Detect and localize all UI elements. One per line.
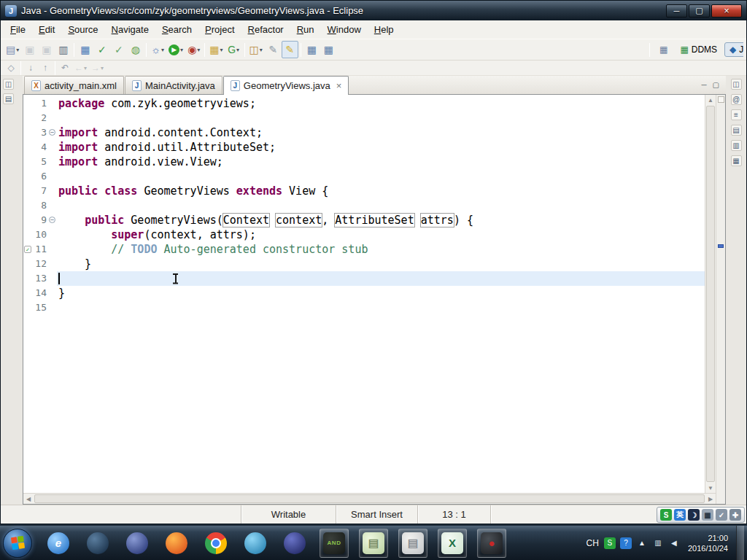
code-text[interactable]: super(context, attrs);	[57, 228, 705, 242]
scroll-right-icon[interactable]: ▶	[705, 494, 716, 504]
ime-keyboard-icon[interactable]: ▦	[702, 509, 713, 521]
chrome-taskbar-button[interactable]	[201, 529, 231, 558]
menu-window[interactable]: Window	[321, 22, 368, 37]
maximize-button[interactable]: ▢	[689, 4, 710, 18]
tab-MainActivity.java[interactable]: JMainActivity.java	[125, 76, 222, 94]
code-line[interactable]: 8	[23, 198, 705, 213]
media-player-taskbar-button[interactable]	[123, 529, 152, 558]
notes-taskbar-button[interactable]: ▤	[398, 529, 427, 558]
code-text[interactable]: // TODO Auto-generated constructor stub	[57, 242, 705, 257]
code-text[interactable]: public GeometryViews(Context context, At…	[57, 213, 705, 228]
save-all-button[interactable]: ▣	[38, 41, 55, 58]
code-line[interactable]: 9− public GeometryViews(Context context,…	[23, 213, 705, 228]
menu-run[interactable]: Run	[290, 22, 321, 37]
network-tray-icon[interactable]: ▥	[652, 537, 664, 549]
menu-navigate[interactable]: Navigate	[105, 22, 155, 37]
code-text[interactable]: import android.content.Context;	[57, 125, 705, 140]
minimize-view-button[interactable]: ─	[701, 81, 706, 89]
code-text[interactable]: import android.util.AttributeSet;	[57, 140, 705, 155]
menu-help[interactable]: Help	[368, 22, 400, 37]
android-tool-taskbar-button[interactable]: AND	[320, 529, 349, 558]
avd-manager-button[interactable]: ◍	[127, 41, 144, 58]
restore-view-icon[interactable]: ◫	[731, 79, 742, 90]
ddms-perspective-button[interactable]: ▦ DDMS	[675, 42, 722, 57]
code-line[interactable]: 13	[23, 271, 705, 286]
last-edit-location-button[interactable]: ↶	[58, 61, 72, 74]
code-line[interactable]: 6	[23, 169, 705, 184]
ime-lang-icon[interactable]: 英	[674, 509, 686, 521]
horizontal-scroll-thumb[interactable]	[34, 494, 705, 503]
console-view-icon[interactable]: ▦	[731, 155, 742, 166]
overview-ruler[interactable]	[716, 95, 725, 504]
tab-close-icon[interactable]: ×	[336, 80, 342, 91]
scroll-down-icon[interactable]: ▼	[705, 483, 716, 493]
code-line[interactable]: 5import android.view.View;	[23, 155, 705, 169]
search-button[interactable]: ✎	[265, 41, 282, 58]
title-bar[interactable]: J Java - GeometryViews/src/com/zyk/geome…	[1, 1, 746, 20]
pin-editor-button[interactable]: ◇	[4, 61, 18, 74]
problems-view-icon[interactable]: ▥	[731, 140, 742, 151]
maximize-view-button[interactable]: ▢	[713, 81, 719, 89]
menu-search[interactable]: Search	[155, 22, 198, 37]
vertical-scroll-thumb[interactable]	[706, 106, 715, 482]
external-tools-button[interactable]: ◉▾	[185, 41, 202, 58]
close-button[interactable]: ×	[711, 4, 742, 18]
open-ddms-grid-button[interactable]: ▦▾	[207, 41, 225, 58]
code-lines[interactable]: 1package com.zyk.geometryviews;23−import…	[23, 95, 705, 493]
forward-button[interactable]: →▾	[89, 61, 106, 74]
verify-button[interactable]: ✓	[110, 41, 127, 58]
recorder-taskbar-button[interactable]: ●	[477, 529, 506, 558]
ime-settings-icon[interactable]: ✚	[729, 509, 741, 521]
code-text[interactable]	[57, 111, 705, 125]
hidden-icons-button[interactable]: ▲	[636, 537, 648, 549]
next-annotation-button[interactable]: ↓	[23, 61, 38, 74]
outline-view-icon[interactable]: ▤	[731, 125, 742, 136]
sync-button[interactable]: G▾	[225, 41, 242, 58]
excel-taskbar-button[interactable]: X	[438, 529, 467, 558]
sdk-manager-button[interactable]: ▦	[77, 41, 93, 58]
security-tray-icon[interactable]: ?	[620, 537, 632, 549]
minimize-button[interactable]: ─	[666, 4, 687, 18]
task-list-button[interactable]: ✓	[93, 41, 110, 58]
browser-taskbar-button[interactable]	[83, 529, 112, 558]
firefox-taskbar-button[interactable]	[162, 529, 191, 558]
code-line[interactable]: 12 }	[23, 257, 705, 271]
menu-source[interactable]: Source	[61, 22, 104, 37]
javadoc-view-icon[interactable]: @	[731, 94, 742, 105]
volume-tray-icon[interactable]: ◀	[668, 537, 680, 549]
new-java-element-button[interactable]: ◫▾	[247, 41, 265, 58]
save-button[interactable]: ▣	[21, 41, 38, 58]
run-button[interactable]: ▶▾	[166, 41, 185, 58]
table-view-button[interactable]: ▦	[320, 41, 337, 58]
code-line[interactable]: 15	[23, 300, 705, 315]
restore-package-explorer-icon[interactable]: ◫	[3, 79, 14, 90]
ime-symbols-icon[interactable]: ✓	[716, 509, 727, 521]
code-text[interactable]	[57, 169, 705, 184]
tab-GeometryViews.java[interactable]: JGeometryViews.java×	[223, 76, 349, 95]
ime-halfwidth-icon[interactable]: ☽	[688, 509, 700, 521]
start-button[interactable]	[3, 529, 32, 558]
declaration-view-icon[interactable]: ≡	[731, 109, 742, 120]
eclipse-taskbar-button[interactable]	[280, 529, 309, 558]
code-text[interactable]	[57, 271, 705, 286]
back-button[interactable]: ←▾	[72, 61, 89, 74]
restore-hierarchy-icon[interactable]: ▤	[3, 93, 14, 104]
code-line[interactable]: 1package com.zyk.geometryviews;	[23, 96, 705, 111]
new-wizard-button[interactable]: ▤▾	[4, 41, 21, 58]
code-line[interactable]: ✓11 // TODO Auto-generated constructor s…	[23, 242, 705, 257]
code-line[interactable]: 14}	[23, 286, 705, 300]
code-line[interactable]: 7public class GeometryViews extends View…	[23, 184, 705, 198]
internet-explorer-taskbar-button[interactable]: e	[44, 529, 73, 558]
code-text[interactable]: public class GeometryViews extends View …	[57, 184, 705, 198]
tray-clock[interactable]: 21:00 2016/10/24	[685, 533, 731, 553]
mark-occurrences-button[interactable]: ✎	[282, 41, 298, 58]
code-text[interactable]: import android.view.View;	[57, 155, 705, 169]
code-text[interactable]	[57, 198, 705, 213]
code-line[interactable]: 3−import android.content.Context;	[23, 125, 705, 140]
debug-button[interactable]: ☼▾	[149, 41, 166, 58]
menu-file[interactable]: File	[4, 22, 32, 37]
menu-refactor[interactable]: Refactor	[241, 22, 290, 37]
overview-task-marker[interactable]	[718, 244, 724, 248]
print-button[interactable]: ▥	[55, 41, 71, 58]
code-line[interactable]: 10 super(context, attrs);	[23, 228, 705, 242]
